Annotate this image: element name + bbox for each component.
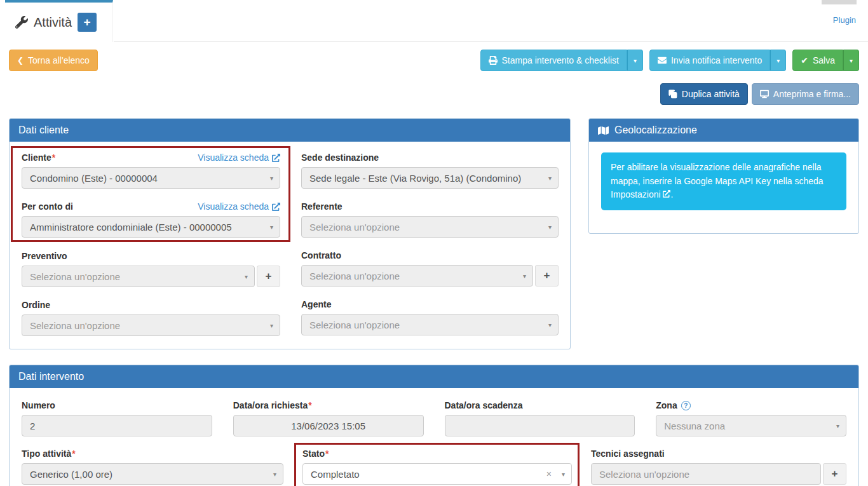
external-link-icon xyxy=(272,203,280,211)
ordine-select[interactable]: Seleziona un'opzione ▾ xyxy=(22,314,280,336)
maps-api-alert-suffix: . xyxy=(670,189,673,199)
maps-api-alert: Per abilitare la visualizzazione delle a… xyxy=(601,152,846,210)
external-link-icon xyxy=(663,190,670,198)
plugin-link[interactable]: Plugin xyxy=(833,15,856,25)
tab-attivita[interactable]: Attività + xyxy=(5,0,113,42)
zona-help-icon[interactable]: ? xyxy=(681,401,691,410)
tipo-attivita-select[interactable]: Generico (1,00 ore) ▾ xyxy=(22,463,283,485)
notify-button-group: Invia notifica intervento ▾ xyxy=(649,50,786,71)
geolocalizzazione-header: Geolocalizzazione xyxy=(589,119,858,142)
caret-down-icon: ▾ xyxy=(548,224,552,231)
back-button[interactable]: ❮ Torna all'elenco xyxy=(9,50,98,71)
preventivo-field: Preventivo Seleziona un'opzione ▾ + xyxy=(22,251,280,287)
add-tecnico-button[interactable]: + xyxy=(823,463,846,485)
agente-label: Agente xyxy=(301,299,331,309)
print-button[interactable]: Stampa intervento & checklist xyxy=(480,50,627,71)
per-conto-di-field: Per conto di Visualizza scheda Amministr… xyxy=(22,201,280,238)
per-conto-di-select[interactable]: Amministratore condominiale (Este) - 000… xyxy=(22,216,280,238)
required-mark: * xyxy=(325,449,329,459)
data-scadenza-label: Data/ora scadenza xyxy=(445,400,523,410)
geolocalizzazione-title: Geolocalizzazione xyxy=(614,125,697,136)
data-scadenza-input[interactable] xyxy=(445,415,635,436)
maps-api-alert-text: Per abilitare la visualizzazione delle a… xyxy=(611,162,824,186)
toolbar-row-1: ❮ Torna all'elenco Stampa intervento & c… xyxy=(9,50,859,71)
plus-icon: + xyxy=(266,270,272,283)
per-conto-di-label: Per conto di xyxy=(22,201,73,212)
caret-down-icon: ▾ xyxy=(270,175,273,182)
print-button-label: Stampa intervento & checklist xyxy=(502,55,619,65)
caret-down-icon: ▾ xyxy=(548,175,552,182)
contratto-field: Contratto Seleziona un'opzione ▾ + xyxy=(301,250,559,287)
dati-cliente-left-column: Cliente* Visualizza scheda Condomino (Es… xyxy=(22,152,280,336)
contratto-select[interactable]: Seleziona un'opzione ▾ xyxy=(301,265,533,287)
impostazioni-link[interactable]: Impostazioni xyxy=(611,189,670,199)
map-icon xyxy=(598,125,609,136)
referente-select[interactable]: Seleziona un'opzione ▾ xyxy=(301,216,559,238)
referente-label: Referente xyxy=(301,201,342,212)
geolocalizzazione-panel: Geolocalizzazione Per abilitare la visua… xyxy=(588,118,859,234)
dati-intervento-body: Numero 2 Data/ora richiesta* 13/06/2023 … xyxy=(10,388,858,486)
notify-dropdown-toggle[interactable]: ▾ xyxy=(770,50,786,71)
save-button-group: ✔ Salva ▾ xyxy=(792,50,859,71)
highlight-box-cliente: Cliente* Visualizza scheda Condomino (Es… xyxy=(11,146,290,242)
visualizza-scheda-cliente-link[interactable]: Visualizza scheda xyxy=(198,152,280,163)
referente-field: Referente Seleziona un'opzione ▾ xyxy=(301,201,559,238)
duplicate-button-label: Duplica attività xyxy=(682,89,740,99)
tecnici-select[interactable]: Seleziona un'opzione xyxy=(591,463,821,485)
cliente-select[interactable]: Condomino (Este) - 00000004 ▾ xyxy=(22,167,280,189)
data-richiesta-label: Data/ora richiesta* xyxy=(233,400,312,410)
print-dropdown-toggle[interactable]: ▾ xyxy=(627,50,643,71)
contratto-label: Contratto xyxy=(301,250,341,260)
page-title: Attività xyxy=(34,15,72,30)
plus-icon: + xyxy=(832,468,838,480)
tab-bar: Attività + Plugin xyxy=(0,0,868,42)
preview-sign-button-label: Anteprima e firma... xyxy=(773,89,851,99)
chevron-left-icon: ❮ xyxy=(17,56,24,65)
cliente-field: Cliente* Visualizza scheda Condomino (Es… xyxy=(22,152,280,189)
clear-icon[interactable]: × xyxy=(546,469,552,479)
sede-destinazione-field: Sede destinazione Sede legale - Este (Vi… xyxy=(301,152,559,189)
tecnici-field: Tecnici assegnati Seleziona un'opzione + xyxy=(591,449,846,486)
check-icon: ✔ xyxy=(801,55,808,65)
caret-down-icon: ▾ xyxy=(850,57,853,64)
caret-down-icon: ▾ xyxy=(634,57,637,64)
save-dropdown-toggle[interactable]: ▾ xyxy=(843,50,859,71)
sede-destinazione-select[interactable]: Sede legale - Este (Via Rovigo, 51a) (Co… xyxy=(301,167,559,189)
preventivo-select[interactable]: Seleziona un'opzione ▾ xyxy=(22,266,255,287)
geolocalizzazione-body: Per abilitare la visualizzazione delle a… xyxy=(589,142,858,233)
notify-button[interactable]: Invia notifica intervento xyxy=(649,50,770,71)
cliente-label: Cliente* xyxy=(22,152,55,163)
dati-cliente-panel: Dati cliente Cliente* Visualizza scheda … xyxy=(9,118,571,349)
required-mark: * xyxy=(72,449,75,459)
tipo-attivita-field: Tipo attività* Generico (1,00 ore) ▾ xyxy=(22,449,283,486)
sede-destinazione-label: Sede destinazione xyxy=(301,152,379,163)
agente-field: Agente Seleziona un'opzione ▾ xyxy=(301,299,559,335)
visualizza-scheda-per-conto-link[interactable]: Visualizza scheda xyxy=(198,201,280,212)
preventivo-label: Preventivo xyxy=(22,251,67,261)
preview-sign-button[interactable]: Anteprima e firma... xyxy=(752,83,859,105)
caret-down-icon: ▾ xyxy=(548,321,552,328)
save-button[interactable]: ✔ Salva xyxy=(792,50,843,71)
caret-down-icon: ▾ xyxy=(270,322,273,329)
plus-icon: + xyxy=(544,269,550,282)
agente-select[interactable]: Seleziona un'opzione ▾ xyxy=(301,314,559,335)
add-preventivo-button[interactable]: + xyxy=(257,266,280,287)
caret-down-icon: ▾ xyxy=(836,422,839,429)
data-richiesta-field: Data/ora richiesta* 13/06/2023 15:05 xyxy=(233,400,424,436)
duplicate-button[interactable]: Duplica attività xyxy=(660,83,748,105)
numero-input[interactable]: 2 xyxy=(22,415,212,436)
dati-intervento-header: Dati intervento xyxy=(10,365,858,388)
zona-field: Zona ? Nessuna zona ▾ xyxy=(656,400,846,436)
printer-icon xyxy=(489,56,498,65)
print-button-group: Stampa intervento & checklist ▾ xyxy=(480,50,643,71)
add-activity-button[interactable]: + xyxy=(78,13,97,32)
back-button-label: Torna all'elenco xyxy=(28,55,90,65)
data-richiesta-input[interactable]: 13/06/2023 15:05 xyxy=(233,415,424,436)
ordine-field: Ordine Seleziona un'opzione ▾ xyxy=(22,300,280,336)
caret-down-icon: ▾ xyxy=(273,471,276,478)
dati-cliente-right-column: Sede destinazione Sede legale - Este (Vi… xyxy=(301,152,559,336)
add-contratto-button[interactable]: + xyxy=(535,265,559,287)
stato-select[interactable]: Completato × ▾ xyxy=(302,463,572,485)
zona-select[interactable]: Nessuna zona ▾ xyxy=(656,415,846,436)
caret-down-icon: ▾ xyxy=(776,57,780,64)
